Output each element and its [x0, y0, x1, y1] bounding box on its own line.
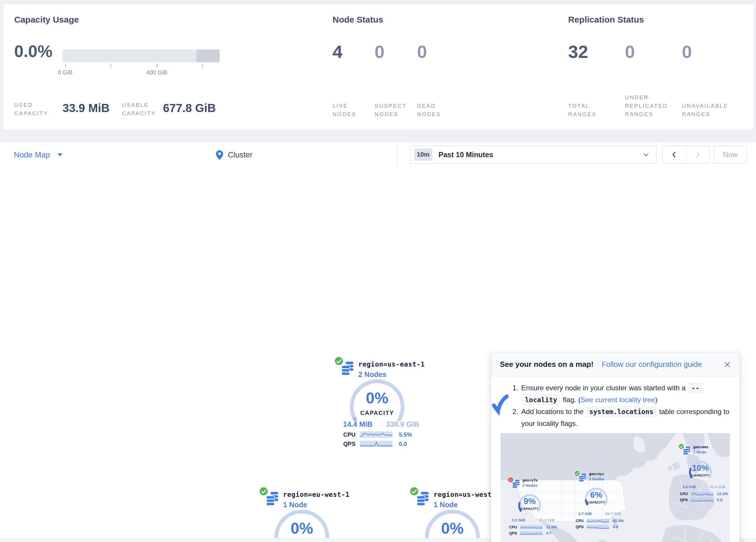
locality-name: geo=ams	[693, 445, 709, 449]
database-stack-icon	[416, 491, 430, 506]
breadcrumb[interactable]: Cluster	[216, 142, 253, 168]
axis-tick-label: 0 GiB	[42, 69, 88, 76]
capacity-percent: 0%	[271, 519, 332, 537]
total-capacity: 65.7 GiB	[598, 512, 629, 516]
total-capacity: 338.9 GiB	[379, 420, 426, 429]
database-stack-icon	[266, 491, 279, 506]
usable-capacity-value: 677.8 GiB	[163, 102, 216, 115]
capacity-usage-bar	[63, 49, 220, 62]
cpu-label: CPU	[509, 525, 520, 529]
qps-sparkline	[360, 441, 392, 447]
cpu-value: 12.3%	[717, 492, 730, 496]
qps-value: 0.0	[717, 498, 730, 502]
qps-label: QPS	[343, 441, 360, 447]
locality-name: region=eu-west-1	[283, 491, 350, 498]
locality-group-geo-ams[interactable]: geo=ams 1 Node 10% CAPACITY 3.6 GiB 34.4…	[677, 442, 730, 504]
capacity-percent: 0%	[422, 519, 483, 537]
capacity-percent: 10%	[686, 463, 715, 473]
nodes-count-link[interactable]: 2 Nodes	[589, 477, 604, 481]
unavailable-ranges-count: 0	[682, 41, 692, 62]
cpu-label: CPU	[680, 492, 691, 496]
nodes-on-map-popup: See your nodes on a map! Follow our conf…	[491, 352, 740, 542]
capacity-usage-title: Capacity Usage	[14, 15, 79, 25]
replication-status-title: Replication Status	[568, 15, 644, 25]
locality-name: geo=sfo	[522, 478, 538, 482]
locality-group-geo-nyc[interactable]: geo=nyc 2 Nodes 6% CAPACITY 3.7 GiB 65.7…	[573, 469, 631, 531]
view-dropdown[interactable]: Node Map	[14, 142, 62, 168]
axis-tick	[157, 64, 157, 68]
qps-label: QPS	[680, 498, 691, 502]
used-capacity: 3.6 GiB	[677, 485, 701, 489]
qps-sparkline	[587, 525, 609, 529]
under-replicated-ranges-count: 0	[625, 41, 635, 62]
locality-group-eu-west-1[interactable]: region=eu-west-1 1 Node 0% CAPACITY 9.9 …	[256, 484, 352, 542]
code-chip: system.locations	[587, 407, 656, 417]
axis-tick-label: 400 GiB	[134, 69, 180, 76]
time-next-button[interactable]	[686, 146, 710, 163]
nodes-count-link[interactable]: 2 Nodes	[522, 483, 538, 488]
qps-sparkline	[691, 498, 713, 502]
popup-title: See your nodes on a map!	[500, 360, 594, 369]
view-dropdown-label: Node Map	[14, 150, 50, 159]
cpu-sparkline	[691, 492, 713, 496]
code-chip: locality	[522, 395, 560, 405]
toolbar-divider	[397, 144, 397, 165]
time-prev-button[interactable]	[663, 146, 686, 163]
axis-tick	[202, 64, 203, 68]
axis-tick	[111, 64, 111, 68]
cluster-stats-card: Capacity Usage 0.0% 0 GiB 400 GiB USED C…	[3, 4, 754, 129]
setup-step-2: 2. Add locations to the system.locations…	[508, 406, 733, 429]
code-chip: --	[689, 383, 702, 393]
suspect-nodes-label: SUSPECT NODES	[375, 102, 407, 118]
map-pin-icon	[216, 150, 223, 160]
popup-header: See your nodes on a map! Follow our conf…	[491, 352, 740, 377]
usable-capacity-label: USABLE CAPACITY	[122, 101, 156, 117]
now-button[interactable]: Now	[714, 146, 747, 163]
qps-value: 0.0	[399, 441, 425, 447]
live-nodes-count: 4	[333, 41, 342, 62]
time-nav-group	[662, 146, 710, 163]
locality-group-us-east-1[interactable]: region=us-east-1 2 Nodes 0% CAPACITY 14.…	[332, 354, 427, 451]
cpu-sparkline	[587, 519, 609, 523]
time-range-select[interactable]: 10m Past 10 Minutes	[410, 146, 656, 163]
locality-name: geo=nyc	[589, 472, 604, 476]
chevron-down-icon	[643, 153, 649, 156]
locality-tree-link[interactable]: See current locality tree	[581, 396, 655, 404]
locality-group-us-west-1[interactable]: region=us-west-1 1 Node 0% CAPACITY 9.6 …	[407, 484, 502, 542]
capacity-percent: 9%	[515, 497, 544, 506]
capacity-usage-bar-reserved	[197, 49, 220, 62]
cpu-label: CPU	[576, 519, 587, 523]
capacity-label: CAPACITY	[515, 507, 544, 510]
suspect-nodes-count: 0	[375, 41, 384, 62]
capacity-percent: 6%	[582, 490, 611, 500]
setup-steps: 1. Ensure every node in your cluster was…	[508, 382, 733, 429]
world-map-preview: geo=sfo 2 Nodes 9% CAPACITY 3.2 GiB 35.1…	[500, 433, 730, 542]
qps-label: QPS	[509, 531, 520, 535]
map-toolbar: Node Map Cluster 10m Past 10 Minutes Now	[0, 142, 756, 168]
locality-name: region=us-east-1	[358, 361, 425, 368]
node-status-title: Node Status	[333, 15, 383, 25]
used-capacity: 3.7 GiB	[573, 512, 597, 516]
chevron-down-icon	[58, 153, 62, 156]
cpu-value: 11.0%	[546, 525, 561, 529]
qps-label: QPS	[576, 525, 587, 529]
setup-step-1: 1. Ensure every node in your cluster was…	[508, 382, 733, 406]
chevron-left-icon	[672, 151, 676, 158]
locality-group-geo-sfo[interactable]: geo=sfo 2 Nodes 9% CAPACITY 3.2 GiB 35.1…	[506, 475, 564, 537]
capacity-usage-percent: 0.0%	[14, 41, 52, 61]
unavailable-ranges-label: UNAVAILABLE RANGES	[682, 102, 728, 118]
total-capacity: 35.1 GiB	[531, 518, 562, 522]
chevron-right-icon	[696, 151, 700, 158]
capacity-label: CAPACITY	[686, 474, 715, 477]
close-icon[interactable]	[724, 361, 731, 368]
database-stack-icon	[579, 473, 587, 482]
configuration-guide-link[interactable]: Follow our configuration guide	[602, 360, 702, 369]
used-capacity-label: USED CAPACITY	[14, 101, 48, 117]
live-nodes-label: LIVE NODES	[333, 102, 357, 118]
nodes-count-link[interactable]: 1 Node	[693, 450, 706, 454]
breadcrumb-label: Cluster	[228, 150, 253, 159]
qps-value: 0.0	[613, 525, 627, 529]
locality-name: region=us-west-1	[434, 491, 500, 498]
under-replicated-ranges-label: UNDER- REPLICATED RANGES	[625, 93, 668, 118]
cpu-sparkline	[520, 525, 543, 529]
